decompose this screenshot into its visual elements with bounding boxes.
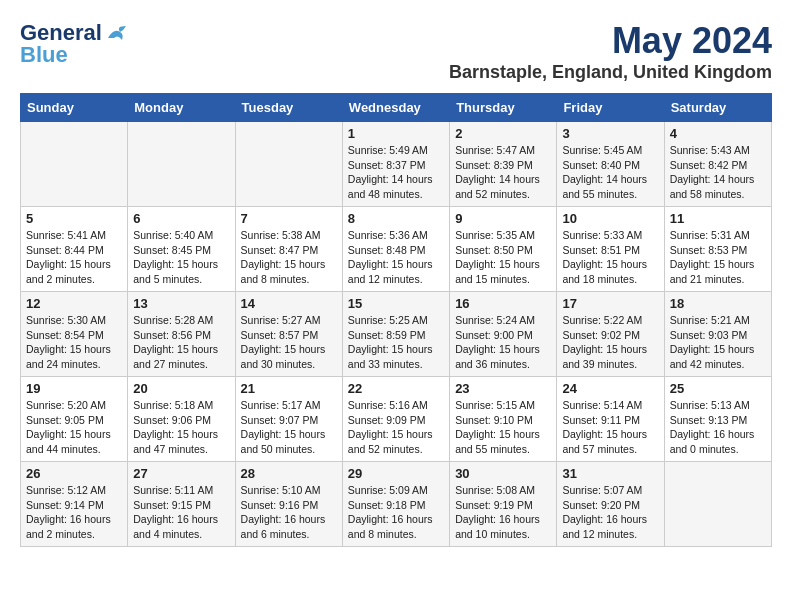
calendar-cell (128, 122, 235, 207)
day-number: 11 (670, 211, 766, 226)
day-info: Sunrise: 5:14 AM Sunset: 9:11 PM Dayligh… (562, 398, 658, 457)
day-info: Sunrise: 5:35 AM Sunset: 8:50 PM Dayligh… (455, 228, 551, 287)
calendar-cell: 5Sunrise: 5:41 AM Sunset: 8:44 PM Daylig… (21, 207, 128, 292)
day-info: Sunrise: 5:36 AM Sunset: 8:48 PM Dayligh… (348, 228, 444, 287)
day-number: 23 (455, 381, 551, 396)
col-header-monday: Monday (128, 94, 235, 122)
day-number: 25 (670, 381, 766, 396)
calendar-cell: 9Sunrise: 5:35 AM Sunset: 8:50 PM Daylig… (450, 207, 557, 292)
day-info: Sunrise: 5:10 AM Sunset: 9:16 PM Dayligh… (241, 483, 337, 542)
calendar-cell: 23Sunrise: 5:15 AM Sunset: 9:10 PM Dayli… (450, 377, 557, 462)
day-info: Sunrise: 5:12 AM Sunset: 9:14 PM Dayligh… (26, 483, 122, 542)
month-title: May 2024 (449, 20, 772, 62)
day-info: Sunrise: 5:15 AM Sunset: 9:10 PM Dayligh… (455, 398, 551, 457)
calendar-cell: 2Sunrise: 5:47 AM Sunset: 8:39 PM Daylig… (450, 122, 557, 207)
day-number: 26 (26, 466, 122, 481)
day-info: Sunrise: 5:28 AM Sunset: 8:56 PM Dayligh… (133, 313, 229, 372)
calendar-cell: 18Sunrise: 5:21 AM Sunset: 9:03 PM Dayli… (664, 292, 771, 377)
day-info: Sunrise: 5:13 AM Sunset: 9:13 PM Dayligh… (670, 398, 766, 457)
day-info: Sunrise: 5:18 AM Sunset: 9:06 PM Dayligh… (133, 398, 229, 457)
calendar-week-row: 5Sunrise: 5:41 AM Sunset: 8:44 PM Daylig… (21, 207, 772, 292)
page-header: General Blue May 2024 Barnstaple, Englan… (20, 20, 772, 83)
day-info: Sunrise: 5:20 AM Sunset: 9:05 PM Dayligh… (26, 398, 122, 457)
calendar-cell (235, 122, 342, 207)
calendar-cell: 30Sunrise: 5:08 AM Sunset: 9:19 PM Dayli… (450, 462, 557, 547)
day-info: Sunrise: 5:11 AM Sunset: 9:15 PM Dayligh… (133, 483, 229, 542)
day-info: Sunrise: 5:45 AM Sunset: 8:40 PM Dayligh… (562, 143, 658, 202)
day-number: 30 (455, 466, 551, 481)
day-info: Sunrise: 5:30 AM Sunset: 8:54 PM Dayligh… (26, 313, 122, 372)
calendar-cell: 1Sunrise: 5:49 AM Sunset: 8:37 PM Daylig… (342, 122, 449, 207)
day-info: Sunrise: 5:21 AM Sunset: 9:03 PM Dayligh… (670, 313, 766, 372)
calendar-cell: 17Sunrise: 5:22 AM Sunset: 9:02 PM Dayli… (557, 292, 664, 377)
day-number: 19 (26, 381, 122, 396)
logo: General Blue (20, 20, 128, 68)
day-number: 21 (241, 381, 337, 396)
calendar-cell: 31Sunrise: 5:07 AM Sunset: 9:20 PM Dayli… (557, 462, 664, 547)
day-number: 18 (670, 296, 766, 311)
day-info: Sunrise: 5:38 AM Sunset: 8:47 PM Dayligh… (241, 228, 337, 287)
day-info: Sunrise: 5:25 AM Sunset: 8:59 PM Dayligh… (348, 313, 444, 372)
day-number: 20 (133, 381, 229, 396)
day-info: Sunrise: 5:33 AM Sunset: 8:51 PM Dayligh… (562, 228, 658, 287)
col-header-tuesday: Tuesday (235, 94, 342, 122)
day-number: 31 (562, 466, 658, 481)
col-header-friday: Friday (557, 94, 664, 122)
day-number: 27 (133, 466, 229, 481)
calendar-cell: 25Sunrise: 5:13 AM Sunset: 9:13 PM Dayli… (664, 377, 771, 462)
day-number: 14 (241, 296, 337, 311)
day-info: Sunrise: 5:31 AM Sunset: 8:53 PM Dayligh… (670, 228, 766, 287)
calendar-cell: 12Sunrise: 5:30 AM Sunset: 8:54 PM Dayli… (21, 292, 128, 377)
calendar-header-row: SundayMondayTuesdayWednesdayThursdayFrid… (21, 94, 772, 122)
calendar-cell: 10Sunrise: 5:33 AM Sunset: 8:51 PM Dayli… (557, 207, 664, 292)
day-info: Sunrise: 5:27 AM Sunset: 8:57 PM Dayligh… (241, 313, 337, 372)
day-info: Sunrise: 5:09 AM Sunset: 9:18 PM Dayligh… (348, 483, 444, 542)
day-number: 15 (348, 296, 444, 311)
day-number: 3 (562, 126, 658, 141)
calendar-cell: 7Sunrise: 5:38 AM Sunset: 8:47 PM Daylig… (235, 207, 342, 292)
calendar-cell: 22Sunrise: 5:16 AM Sunset: 9:09 PM Dayli… (342, 377, 449, 462)
day-info: Sunrise: 5:22 AM Sunset: 9:02 PM Dayligh… (562, 313, 658, 372)
calendar-cell: 26Sunrise: 5:12 AM Sunset: 9:14 PM Dayli… (21, 462, 128, 547)
day-number: 17 (562, 296, 658, 311)
calendar-cell: 19Sunrise: 5:20 AM Sunset: 9:05 PM Dayli… (21, 377, 128, 462)
day-number: 9 (455, 211, 551, 226)
col-header-thursday: Thursday (450, 94, 557, 122)
day-info: Sunrise: 5:41 AM Sunset: 8:44 PM Dayligh… (26, 228, 122, 287)
calendar-cell: 15Sunrise: 5:25 AM Sunset: 8:59 PM Dayli… (342, 292, 449, 377)
day-number: 10 (562, 211, 658, 226)
calendar-cell: 20Sunrise: 5:18 AM Sunset: 9:06 PM Dayli… (128, 377, 235, 462)
day-info: Sunrise: 5:40 AM Sunset: 8:45 PM Dayligh… (133, 228, 229, 287)
day-number: 12 (26, 296, 122, 311)
day-number: 5 (26, 211, 122, 226)
day-info: Sunrise: 5:17 AM Sunset: 9:07 PM Dayligh… (241, 398, 337, 457)
day-number: 6 (133, 211, 229, 226)
calendar-cell: 14Sunrise: 5:27 AM Sunset: 8:57 PM Dayli… (235, 292, 342, 377)
calendar-cell: 8Sunrise: 5:36 AM Sunset: 8:48 PM Daylig… (342, 207, 449, 292)
day-info: Sunrise: 5:16 AM Sunset: 9:09 PM Dayligh… (348, 398, 444, 457)
day-number: 1 (348, 126, 444, 141)
calendar-week-row: 1Sunrise: 5:49 AM Sunset: 8:37 PM Daylig… (21, 122, 772, 207)
calendar-week-row: 26Sunrise: 5:12 AM Sunset: 9:14 PM Dayli… (21, 462, 772, 547)
day-number: 28 (241, 466, 337, 481)
calendar-cell (21, 122, 128, 207)
title-block: May 2024 Barnstaple, England, United Kin… (449, 20, 772, 83)
day-info: Sunrise: 5:07 AM Sunset: 9:20 PM Dayligh… (562, 483, 658, 542)
day-number: 24 (562, 381, 658, 396)
col-header-sunday: Sunday (21, 94, 128, 122)
calendar-cell: 4Sunrise: 5:43 AM Sunset: 8:42 PM Daylig… (664, 122, 771, 207)
calendar-table: SundayMondayTuesdayWednesdayThursdayFrid… (20, 93, 772, 547)
day-info: Sunrise: 5:24 AM Sunset: 9:00 PM Dayligh… (455, 313, 551, 372)
day-info: Sunrise: 5:47 AM Sunset: 8:39 PM Dayligh… (455, 143, 551, 202)
day-info: Sunrise: 5:43 AM Sunset: 8:42 PM Dayligh… (670, 143, 766, 202)
calendar-cell (664, 462, 771, 547)
day-number: 16 (455, 296, 551, 311)
day-number: 2 (455, 126, 551, 141)
day-number: 4 (670, 126, 766, 141)
day-number: 22 (348, 381, 444, 396)
day-info: Sunrise: 5:08 AM Sunset: 9:19 PM Dayligh… (455, 483, 551, 542)
calendar-cell: 29Sunrise: 5:09 AM Sunset: 9:18 PM Dayli… (342, 462, 449, 547)
calendar-week-row: 12Sunrise: 5:30 AM Sunset: 8:54 PM Dayli… (21, 292, 772, 377)
day-number: 29 (348, 466, 444, 481)
col-header-wednesday: Wednesday (342, 94, 449, 122)
